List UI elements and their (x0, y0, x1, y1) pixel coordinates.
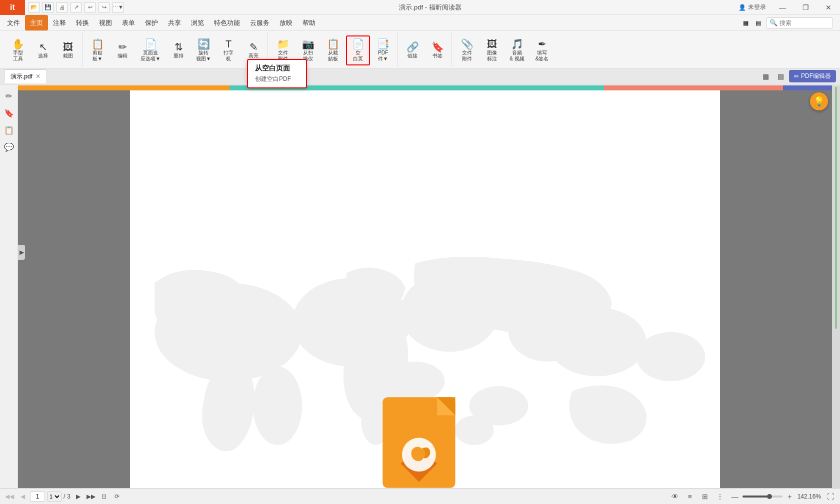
zoom-out-btn[interactable]: — (730, 491, 740, 502)
extra-btn[interactable]: ⋯▼ (112, 2, 124, 13)
sidebar-comment-btn[interactable]: 💬 (2, 139, 16, 154)
rotate-btn[interactable]: 🔄 旋转视图▼ (192, 35, 216, 65)
print-btn[interactable]: 🖨 (56, 2, 68, 13)
menu-convert[interactable]: 转换 (71, 15, 94, 30)
app-logo: it (0, 0, 25, 15)
toolbar-group-tools: ✋ 手型工具 ↖ 选择 🖼 截图 (4, 32, 82, 66)
page-separator: / (64, 493, 65, 500)
screenshot-btn[interactable]: 🖼 截图 (56, 35, 80, 65)
menu-browse[interactable]: 浏览 (186, 15, 209, 30)
menu-help[interactable]: 帮助 (298, 15, 320, 30)
reorder-btn[interactable]: ⇅ 重排 (166, 35, 190, 65)
tooltip-title: 从空白页面 (255, 64, 299, 73)
reorder-icon: ⇅ (174, 42, 183, 52)
minimize-button[interactable]: — (771, 0, 794, 15)
pdf-file-btn[interactable]: 📑 PDF件▼ (371, 35, 395, 65)
tooltip-description: 创建空白PDF (255, 75, 299, 83)
color-segment-blue (783, 85, 832, 90)
image-mark-icon: 🖼 (487, 39, 497, 49)
title-bar: it 📂 💾 🖨 ↗ ↩ ↪ ⋯▼ 演示.pdf - 福昕阅读器 👤 未登录 —… (0, 0, 840, 15)
first-page-btn[interactable]: ◀◀ (4, 491, 15, 502)
scrollbar-track[interactable] (836, 87, 836, 329)
fit-page-btn[interactable]: ⊡ (98, 491, 110, 502)
zoom-level-label: 142.16% (798, 493, 821, 500)
fill-sign-btn[interactable]: ✒ 填写&签名 (530, 35, 554, 65)
menu-play[interactable]: 放映 (274, 15, 298, 30)
menu-share[interactable]: 共享 (163, 15, 186, 30)
audio-video-btn[interactable]: 🎵 音频& 视频 (505, 35, 529, 65)
toolbar: ✋ 手型工具 ↖ 选择 🖼 截图 📋 剪贴板▼ ✏ 编辑 📄 页面迭应选项▼ ⇅… (0, 31, 840, 68)
bookmark-icon: 🔖 (432, 42, 444, 52)
hand-icon: ✋ (12, 39, 24, 49)
pdf-editor-button[interactable]: ✏ PDF编辑器 (789, 70, 836, 82)
blank-page-btn[interactable]: 📄 空白页 (346, 35, 370, 65)
sidebar-expand-arrow[interactable]: ▶ (18, 245, 25, 260)
prev-page-btn[interactable]: ◀ (17, 491, 28, 502)
image-mark-btn[interactable]: 🖼 图像标注 (480, 35, 504, 65)
rotate-view-btn[interactable]: ⟳ (112, 491, 122, 502)
reading-mode-btn[interactable]: 👁 (670, 491, 680, 502)
menu-file[interactable]: 文件 (2, 15, 25, 30)
typewriter-btn[interactable]: T 打字机 (216, 35, 240, 65)
login-button[interactable]: 👤 未登录 (734, 0, 771, 15)
view-continuous-btn[interactable]: ▤ (754, 18, 763, 27)
login-icon: 👤 (738, 4, 746, 11)
link-btn[interactable]: 🔗 链接 (400, 35, 424, 65)
view-single-btn[interactable]: ▦ (741, 18, 750, 27)
close-button[interactable]: ✕ (817, 0, 840, 15)
clipboard-btn[interactable]: 📋 剪贴板▼ (86, 35, 110, 65)
sidebar-pages-btn[interactable]: 📋 (2, 122, 16, 137)
page-select[interactable]: 123 (47, 492, 62, 502)
search-icon: 🔍 (770, 19, 778, 26)
continuous-view-btn[interactable]: ▤ (774, 70, 787, 83)
single-page-view-btn[interactable]: ▦ (759, 70, 772, 83)
save-btn[interactable]: 💾 (42, 2, 54, 13)
toolbar-group-links: 🔗 链接 🔖 书签 (398, 32, 452, 66)
tooltip-popup: 从空白页面 创建空白PDF (247, 59, 307, 88)
search-input[interactable] (780, 19, 830, 26)
zoom-slider[interactable] (742, 496, 782, 498)
tab-demo-pdf[interactable]: 演示.pdf ✕ (4, 69, 47, 83)
toolbar-group-media: 📎 文件附件 🖼 图像标注 🎵 音频& 视频 ✒ 填写&签名 (453, 32, 556, 66)
edit-btn[interactable]: ✏ 编辑 (110, 35, 134, 65)
select-btn[interactable]: ↖ 选择 (31, 35, 55, 65)
open-folder-btn[interactable]: 📂 (28, 2, 40, 13)
menu-annotate[interactable]: 注释 (48, 15, 71, 30)
menu-protect[interactable]: 保护 (140, 15, 163, 30)
from-clipboard-btn[interactable]: 📋 从截贴板 (321, 35, 345, 65)
pdf-file-icon: 📑 (377, 39, 390, 49)
fullscreen-btn[interactable]: ⛶ (825, 491, 836, 502)
last-page-btn[interactable]: ▶▶ (86, 491, 96, 502)
sidebar-bookmark-btn[interactable]: 🔖 (2, 105, 16, 120)
page-number-input[interactable] (30, 492, 45, 502)
single-page-btn[interactable]: ≡ (684, 491, 696, 502)
svg-point-6 (636, 332, 706, 381)
zoom-in-btn[interactable]: + (784, 491, 796, 502)
tab-close-btn[interactable]: ✕ (36, 73, 40, 80)
undo-btn[interactable]: ↩ (84, 2, 96, 13)
fill-sign-icon: ✒ (538, 39, 546, 49)
redo-btn[interactable]: ↪ (98, 2, 110, 13)
menu-features[interactable]: 特色功能 (209, 15, 245, 30)
menu-forms[interactable]: 表单 (117, 15, 140, 30)
toolbar-group-edit: 📋 剪贴板▼ ✏ 编辑 📄 页面迭应选项▼ ⇅ 重排 🔄 旋转视图▼ T 打字机… (84, 32, 268, 66)
next-page-btn[interactable]: ▶ (72, 491, 84, 502)
menu-home[interactable]: 主页 (25, 15, 48, 30)
screenshot-icon: 🖼 (63, 42, 73, 52)
menu-view[interactable]: 视图 (94, 15, 117, 30)
from-clipboard-icon: 📋 (327, 39, 340, 49)
hint-bulb-button[interactable]: 💡 (810, 92, 828, 110)
svg-point-10 (470, 386, 528, 426)
rotate-icon: 🔄 (198, 39, 210, 49)
bookmark-btn[interactable]: 🔖 书签 (426, 35, 450, 65)
maximize-button[interactable]: ❐ (794, 0, 817, 15)
page-view-btn[interactable]: 📄 页面迭应选项▼ (136, 35, 166, 65)
share-btn[interactable]: ↗ (70, 2, 82, 13)
continuous-page-btn[interactable]: ⊞ (700, 491, 710, 502)
typewriter-icon: T (226, 39, 232, 49)
facing-page-btn[interactable]: ⋮ (714, 491, 726, 502)
file-annotation-btn[interactable]: 📎 文件附件 (455, 35, 479, 65)
menu-cloud[interactable]: 云服务 (245, 15, 274, 30)
hand-tool-btn[interactable]: ✋ 手型工具 (6, 35, 30, 65)
sidebar-edit-btn[interactable]: ✏ (2, 88, 16, 103)
